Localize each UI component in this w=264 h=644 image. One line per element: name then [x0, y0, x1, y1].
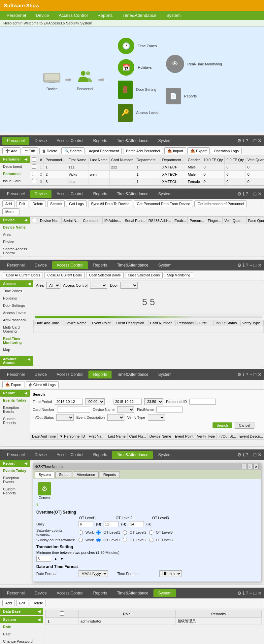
- settings-icon[interactable]: ⚙: [237, 191, 242, 197]
- sidebar-issue-card[interactable]: Issue Card: [0, 177, 30, 185]
- door-select[interactable]: ——: [120, 282, 138, 289]
- col-cardnum[interactable]: Card Nu...: [127, 433, 148, 440]
- col-vein[interactable]: Vein Quantity: [246, 156, 264, 163]
- search-cancel-btn[interactable]: Cancel: [235, 422, 254, 429]
- col-datetime[interactable]: Date And Time: [30, 433, 58, 440]
- col-gender[interactable]: Gender: [186, 156, 202, 163]
- col-eventdesc[interactable]: Event Descri...: [238, 433, 264, 440]
- col-fp10[interactable]: 10.0 FP Qty: [202, 156, 225, 163]
- sys-edit-btn[interactable]: Edit: [16, 600, 28, 606]
- settings-icon[interactable]: ⚙: [237, 372, 242, 377]
- sidebar-exception[interactable]: Exception Events: [0, 404, 30, 415]
- table-row[interactable]: 3 3 Lina 1 XMTECH Female 0 0 0 0: [30, 178, 264, 185]
- get-personnel-btn[interactable]: Get Personnel Data From Device: [134, 200, 193, 207]
- s3-tab-ta[interactable]: Time&Attendance: [112, 261, 153, 269]
- nav-item-time-attendance[interactable]: Time&Attendance: [122, 13, 156, 18]
- s2-tab-access[interactable]: Access Control: [52, 190, 88, 198]
- col-firstname[interactable]: First Na...: [87, 433, 106, 440]
- sidebar-personnel[interactable]: Personnel: [0, 170, 30, 177]
- s2-tab-ta[interactable]: Time&Attendance: [112, 190, 153, 198]
- more-btn[interactable]: More...: [2, 208, 19, 215]
- close-icon[interactable]: ✕: [258, 263, 262, 268]
- s4-tab-device[interactable]: Device: [30, 371, 51, 378]
- search-submit-btn[interactable]: Search: [213, 422, 232, 428]
- nav-item-access-control[interactable]: Access Control: [59, 13, 87, 18]
- ta-tab-setup[interactable]: Setup: [55, 471, 72, 478]
- sun-ot3-radio[interactable]: [149, 538, 153, 542]
- s2-tab-reports[interactable]: Reports: [88, 190, 112, 198]
- sidebar-map[interactable]: Map: [0, 346, 33, 353]
- col-eventdesc[interactable]: Event Description: [114, 320, 148, 326]
- stop-monitoring-btn[interactable]: Stop Monitoring: [164, 272, 193, 278]
- sys-delete-btn[interactable]: Delete: [30, 600, 46, 606]
- sidebar-realtime[interactable]: Real-Time Monitoring: [0, 335, 33, 346]
- ac-select[interactable]: ——: [90, 282, 107, 289]
- s1-tab-reports[interactable]: Reports: [88, 137, 112, 145]
- col-cardnum[interactable]: Card Number: [148, 320, 176, 326]
- s4-tab-access[interactable]: Access Control: [52, 371, 88, 378]
- s6-tab-reports[interactable]: Reports: [88, 589, 112, 597]
- from-date-input[interactable]: [55, 399, 83, 405]
- sidebar-department[interactable]: Department: [0, 163, 30, 170]
- sidebar-access-levels[interactable]: Access Levels: [0, 309, 33, 316]
- ot-level2-daily-input[interactable]: [104, 521, 118, 527]
- s2-tab-system[interactable]: System: [153, 190, 176, 198]
- minimize-icon[interactable]: −: [249, 452, 252, 457]
- maximize-icon[interactable]: □: [254, 263, 256, 268]
- ta-tab-attendance[interactable]: Attendance: [73, 471, 99, 478]
- sys-select-all[interactable]: [60, 611, 64, 616]
- ta-minimize-btn[interactable]: −: [242, 464, 247, 469]
- sat-ot1-radio[interactable]: [96, 530, 101, 535]
- get-logs-btn[interactable]: Get Logs: [66, 200, 87, 207]
- sys-add-btn[interactable]: Add: [2, 600, 15, 606]
- row-checkbox[interactable]: [32, 164, 36, 169]
- sat-ot3-radio[interactable]: [149, 530, 153, 535]
- sidebar-area[interactable]: Area: [0, 231, 30, 238]
- sidebar-custom[interactable]: Custom Reports: [0, 415, 30, 426]
- col-fp9[interactable]: 9.0 FP Qty: [225, 156, 246, 163]
- sidebar-custom[interactable]: Custom Reports: [0, 485, 30, 497]
- help-icon[interactable]: ?: [246, 138, 248, 143]
- delete-button[interactable]: 🗑 Delete: [39, 148, 60, 154]
- info-icon[interactable]: ℹ: [243, 263, 245, 268]
- open-selected-btn[interactable]: Open Selected Doors: [86, 272, 124, 278]
- settings-icon[interactable]: ⚙: [237, 590, 242, 596]
- col-serialport[interactable]: Serial Port...: [123, 217, 147, 224]
- to-date-input[interactable]: [114, 399, 142, 405]
- col-remarks[interactable]: Remarks: [175, 610, 261, 618]
- col-dept1[interactable]: Department...: [135, 156, 160, 163]
- s4-tab-personnel[interactable]: Personnel: [2, 371, 29, 378]
- sidebar-events-today[interactable]: Events Today: [0, 397, 30, 404]
- col-commun[interactable]: Commun...: [81, 217, 103, 224]
- open-all-doors-btn[interactable]: Open All Current Doors: [3, 272, 43, 278]
- s1-tab-device[interactable]: Device: [30, 137, 51, 145]
- help-icon[interactable]: ?: [246, 263, 248, 268]
- sidebar-multi-card[interactable]: Multi-Card Opening: [0, 324, 33, 335]
- minimize-icon[interactable]: −: [249, 590, 252, 596]
- col-fingerprint[interactable]: Finger...: [206, 217, 223, 224]
- maximize-icon[interactable]: □: [254, 191, 256, 197]
- settings-icon[interactable]: ⚙: [237, 263, 242, 268]
- s3-tab-device[interactable]: Device: [30, 261, 51, 269]
- s3-tab-access[interactable]: Access Control: [52, 261, 88, 269]
- date-format-select[interactable]: MM/dd/yyyy: [79, 570, 108, 577]
- s5-tab-access[interactable]: Access Control: [52, 451, 88, 459]
- s5-tab-device[interactable]: Device: [30, 451, 51, 459]
- sync-all-btn[interactable]: Sync All Data To Device: [88, 200, 133, 207]
- s6-tab-device[interactable]: Device: [30, 589, 51, 597]
- col-vein[interactable]: Vein Quan...: [223, 217, 247, 224]
- col-devname[interactable]: Device Name: [148, 433, 173, 440]
- time-format-select[interactable]: HH:mm: [159, 570, 182, 577]
- s1-tab-access[interactable]: Access Control: [52, 137, 88, 145]
- maximize-icon[interactable]: □: [254, 372, 256, 377]
- col-eventpoint[interactable]: Event Point: [173, 433, 195, 440]
- help-icon[interactable]: ?: [246, 452, 248, 457]
- col-ip[interactable]: IP Addre...: [103, 217, 123, 224]
- sun-ot2-radio[interactable]: [123, 538, 127, 542]
- minimize-icon[interactable]: −: [249, 372, 252, 377]
- row-checkbox[interactable]: [32, 179, 36, 183]
- s6-tab-ta[interactable]: Time&Attendance: [112, 589, 153, 597]
- minimize-icon[interactable]: −: [249, 138, 252, 143]
- select-all[interactable]: [32, 218, 36, 222]
- close-selected-btn[interactable]: Close Selected Doors: [125, 272, 163, 278]
